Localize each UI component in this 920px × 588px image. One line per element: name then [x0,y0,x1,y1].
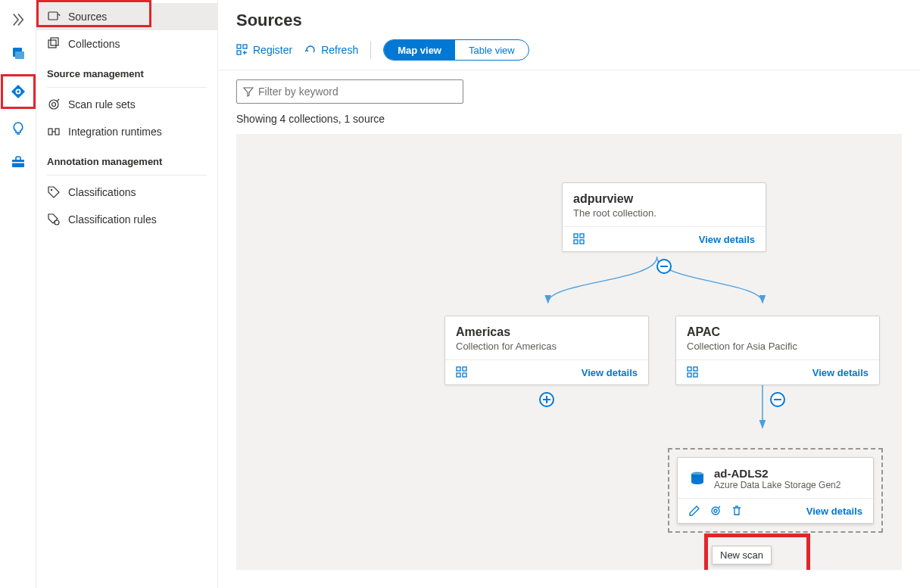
toolbox-icon [11,154,26,170]
svg-rect-11 [48,129,52,135]
svg-rect-8 [51,38,58,45]
sidebar-heading-source-mgmt: Source management [36,58,217,84]
diamond-icon [11,84,26,99]
divider [47,87,207,88]
sidebar-item-sources[interactable]: Sources [36,3,217,30]
sidebar-runtime-label: Integration runtimes [68,126,162,138]
node-title: Americas [456,325,638,339]
svg-rect-26 [688,367,691,371]
svg-point-33 [714,509,717,512]
svg-rect-12 [55,129,59,135]
view-details-link[interactable]: View details [812,367,869,378]
source-header: ad-ADLS2 Azure Data Lake Storage Gen2 [678,458,873,498]
lightbulb-icon [11,121,26,136]
table-view-option[interactable]: Table view [455,40,529,60]
svg-point-10 [52,103,56,107]
svg-rect-1 [15,51,24,59]
rail-insights[interactable] [5,115,32,142]
expand-toggle[interactable] [539,392,554,407]
node-header: Americas Collection for Americas [445,316,648,359]
sidebar-collections-label: Collections [68,38,120,50]
scan-icon[interactable] [709,505,722,517]
target-icon [47,98,61,111]
node-title: adpurview [573,192,755,206]
node-subtitle: Collection for Americas [456,341,638,352]
node-root[interactable]: adpurview The root collection. View deta… [562,182,766,252]
adls-icon [688,470,706,488]
runtime-icon [47,125,61,138]
grid-icon[interactable] [573,233,585,245]
node-footer: View details [445,359,648,384]
sidebar-item-scan-rule-sets[interactable]: Scan rule sets [36,91,217,118]
showing-text: Showing 4 collections, 1 source [218,110,920,134]
view-details-link[interactable]: View details [806,506,862,517]
sidebar-classrule-label: Classification rules [68,213,157,226]
source-card[interactable]: ad-ADLS2 Azure Data Lake Storage Gen2 Vi… [677,457,874,524]
node-apac[interactable]: APAC Collection for Asia Pacific View de… [675,316,880,385]
svg-rect-23 [457,373,460,377]
svg-rect-5 [12,162,24,163]
source-subtitle: Azure Data Lake Storage Gen2 [714,480,840,490]
refresh-label: Refresh [321,44,358,56]
svg-point-32 [712,507,719,515]
edit-icon[interactable] [688,505,700,517]
expand-rail-button[interactable] [5,6,32,33]
view-details-link[interactable]: View details [699,234,755,245]
grid-icon[interactable] [687,366,699,378]
map-canvas[interactable]: adpurview The root collection. View deta… [236,134,902,570]
source-title: ad-ADLS2 [714,467,840,480]
toolbar: Register Refresh Map view Table view [218,39,920,70]
sidebar-item-integration-runtimes[interactable]: Integration runtimes [36,118,217,145]
icon-rail [0,0,36,588]
svg-rect-17 [243,45,247,48]
svg-rect-16 [237,51,241,54]
node-header: APAC Collection for Asia Pacific [676,316,879,359]
filter-input[interactable] [258,86,457,98]
node-americas[interactable]: Americas Collection for Americas View de… [444,316,649,385]
sidebar-item-classifications[interactable]: Classifications [36,179,217,206]
svg-rect-25 [463,373,466,377]
svg-rect-28 [694,367,697,371]
collapse-toggle[interactable] [770,392,785,407]
tag-icon [47,185,61,199]
register-label: Register [253,44,292,56]
source-footer: View details [678,498,873,523]
svg-rect-6 [48,12,58,20]
node-footer: View details [563,226,766,251]
grid-icon[interactable] [456,366,468,378]
collapse-toggle[interactable] [656,259,672,274]
svg-point-3 [17,90,19,92]
svg-rect-21 [580,240,584,244]
rail-management[interactable] [5,148,32,176]
sidebar-item-collections[interactable]: Collections [36,30,217,58]
sidebar-heading-annotation-mgmt: Annotation management [36,145,217,172]
sidebar-scanrule-label: Scan rule sets [68,98,136,110]
delete-icon[interactable] [731,505,743,517]
rail-data-map[interactable] [5,78,32,105]
svg-rect-22 [457,367,460,371]
source-container: ad-ADLS2 Azure Data Lake Storage Gen2 Vi… [668,448,883,533]
svg-rect-29 [694,373,697,377]
svg-rect-15 [237,45,241,48]
filter-input-wrapper[interactable] [236,79,463,104]
svg-rect-7 [48,40,56,48]
refresh-button[interactable]: Refresh [304,44,358,56]
svg-rect-19 [574,240,578,244]
page-title: Sources [218,0,920,39]
node-title: APAC [687,325,869,339]
toolbar-separator [370,41,371,59]
register-button[interactable]: Register [236,44,292,56]
sidebar-item-classification-rules[interactable]: Classification rules [36,206,217,233]
collections-icon [47,37,61,51]
filter-row [218,70,920,110]
svg-point-14 [55,220,59,225]
chevron-right-double-icon [11,12,26,27]
rail-catalog[interactable] [5,39,32,67]
filter-icon [243,86,254,97]
svg-point-13 [51,189,52,191]
grid-plus-icon [236,44,248,56]
refresh-icon [304,44,317,56]
view-details-link[interactable]: View details [582,367,638,378]
map-view-option[interactable]: Map view [384,40,455,60]
database-icon [11,45,26,61]
